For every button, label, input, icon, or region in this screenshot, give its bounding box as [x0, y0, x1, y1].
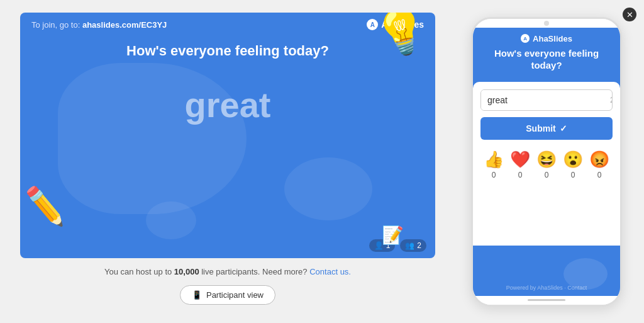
participant-view-button[interactable]: 📱 Participant view [180, 285, 275, 305]
phone-submit-button[interactable]: Submit ✓ [480, 117, 613, 140]
slide-answer: great [20, 72, 435, 138]
notch-dot [544, 21, 549, 26]
phone-question: How's everyone feeling today? [482, 47, 611, 72]
reaction-angry[interactable]: 😡 0 [589, 150, 609, 179]
phone-input-count: 20 [604, 95, 613, 105]
checkmark-icon: ✓ [560, 123, 567, 133]
phone-home-bar [473, 296, 620, 305]
angry-count: 0 [597, 171, 602, 179]
close-button[interactable]: ✕ [623, 8, 636, 21]
join-text: To join, go to: ahaslides.com/EC3YJ [31, 20, 167, 30]
notes-illustration: 📝 [382, 225, 404, 246]
slide-container: 💡 ✏️ 📝 To join, go to: ahaslides.com/EC3… [20, 13, 435, 258]
laugh-emoji: 😆 [536, 150, 557, 169]
reaction-laugh[interactable]: 😆 0 [536, 150, 557, 179]
heart-count: 0 [518, 171, 523, 179]
right-panel: ✕ A AhaSlides How's everyone feeling tod… [455, 0, 644, 323]
contact-us-link[interactable]: Contact us. [309, 267, 351, 276]
participant-limit: 10,000 [174, 267, 199, 276]
wow-count: 0 [571, 171, 575, 179]
phone-input-row: 20 [480, 89, 613, 111]
info-bar: You can host up to 10,000 live participa… [104, 267, 351, 276]
home-bar-indicator [528, 299, 565, 301]
phone-small-icon: 📱 [192, 290, 202, 300]
phone-answer-input[interactable] [481, 90, 604, 110]
reaction-heart[interactable]: ❤️ 0 [510, 150, 530, 179]
left-panel: 💡 ✏️ 📝 To join, go to: ahaslides.com/EC3… [0, 0, 455, 323]
phone-reactions: 👍 0 ❤️ 0 😆 0 😮 0 [480, 150, 613, 179]
phone-ahaslides-logo: A AhaSlides [482, 34, 611, 43]
reaction-thumbsup[interactable]: 👍 0 [484, 150, 504, 179]
phone-mockup: A AhaSlides How's everyone feeling today… [471, 17, 622, 307]
total-participants-badge: 👥 2 [400, 239, 426, 252]
phone-screen: A AhaSlides How's everyone feeling today… [473, 28, 620, 296]
join-info: To join, go to: ahaslides.com/EC3YJ [31, 20, 167, 30]
hand-left-illustration: ✏️ [21, 184, 68, 229]
phone-logo-icon: A [521, 34, 530, 43]
wow-emoji: 😮 [563, 150, 583, 169]
heart-emoji: ❤️ [510, 150, 530, 169]
powered-by-text: Powered by AhaSlides · Contact [506, 285, 587, 291]
laugh-count: 0 [545, 171, 549, 179]
phone-bottom-blue: Powered by AhaSlides · Contact [473, 246, 620, 296]
person-total-icon: 👥 [405, 241, 414, 250]
thumbsup-count: 0 [492, 171, 496, 179]
angry-emoji: 😡 [589, 150, 609, 169]
phone-content: 20 Submit ✓ 👍 0 ❤️ 0 [473, 82, 620, 246]
join-url: ahaslides.com/EC3YJ [82, 20, 167, 30]
reaction-wow[interactable]: 😮 0 [563, 150, 583, 179]
phone-notch [473, 19, 620, 28]
thumbsup-emoji: 👍 [484, 150, 504, 169]
phone-screen-header: A AhaSlides How's everyone feeling today… [473, 28, 620, 82]
slide-question: How's everyone feeling today? [20, 37, 435, 72]
